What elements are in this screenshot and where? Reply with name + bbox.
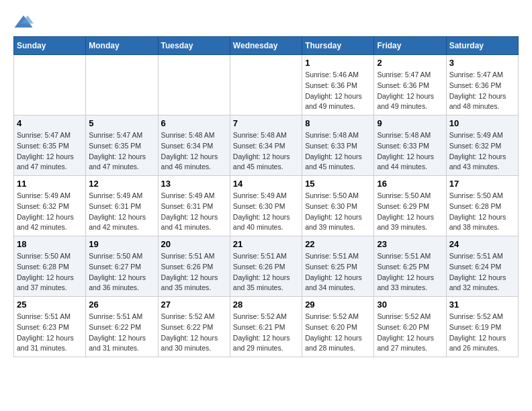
day-of-week-header: Monday xyxy=(86,37,158,55)
day-info: Sunrise: 5:52 AM Sunset: 6:19 PM Dayligh… xyxy=(449,312,515,354)
day-number: 18 xyxy=(17,239,83,249)
day-number: 8 xyxy=(305,118,371,128)
calendar-day-cell: 26Sunrise: 5:51 AM Sunset: 6:22 PM Dayli… xyxy=(86,297,158,357)
calendar-header-row: SundayMondayTuesdayWednesdayThursdayFrid… xyxy=(14,37,519,55)
day-number: 20 xyxy=(161,239,227,249)
calendar-day-cell xyxy=(230,55,302,116)
calendar-day-cell: 2Sunrise: 5:47 AM Sunset: 6:36 PM Daylig… xyxy=(374,55,446,116)
calendar-day-cell: 11Sunrise: 5:49 AM Sunset: 6:32 PM Dayli… xyxy=(14,176,86,236)
day-number: 17 xyxy=(449,179,515,189)
day-of-week-header: Wednesday xyxy=(230,37,302,55)
calendar-day-cell: 9Sunrise: 5:48 AM Sunset: 6:33 PM Daylig… xyxy=(374,116,446,176)
calendar-day-cell xyxy=(158,55,230,116)
day-of-week-header: Thursday xyxy=(302,37,374,55)
day-number: 13 xyxy=(161,179,227,189)
day-info: Sunrise: 5:52 AM Sunset: 6:20 PM Dayligh… xyxy=(305,312,371,354)
day-info: Sunrise: 5:49 AM Sunset: 6:30 PM Dayligh… xyxy=(233,191,299,233)
day-number: 11 xyxy=(17,179,83,189)
day-info: Sunrise: 5:49 AM Sunset: 6:31 PM Dayligh… xyxy=(89,191,154,233)
calendar-day-cell xyxy=(86,55,158,116)
calendar-day-cell: 14Sunrise: 5:49 AM Sunset: 6:30 PM Dayli… xyxy=(230,176,302,236)
day-number: 2 xyxy=(377,58,443,68)
day-info: Sunrise: 5:49 AM Sunset: 6:32 PM Dayligh… xyxy=(17,191,83,233)
calendar-day-cell: 28Sunrise: 5:52 AM Sunset: 6:21 PM Dayli… xyxy=(230,297,302,357)
day-info: Sunrise: 5:47 AM Sunset: 6:36 PM Dayligh… xyxy=(449,70,515,112)
calendar-day-cell: 17Sunrise: 5:50 AM Sunset: 6:28 PM Dayli… xyxy=(446,176,518,236)
day-of-week-header: Tuesday xyxy=(158,37,230,55)
day-info: Sunrise: 5:51 AM Sunset: 6:26 PM Dayligh… xyxy=(161,251,227,293)
day-info: Sunrise: 5:47 AM Sunset: 6:35 PM Dayligh… xyxy=(89,130,154,173)
calendar-day-cell: 25Sunrise: 5:51 AM Sunset: 6:23 PM Dayli… xyxy=(14,297,86,357)
day-of-week-header: Friday xyxy=(374,37,446,55)
calendar-day-cell: 1Sunrise: 5:46 AM Sunset: 6:36 PM Daylig… xyxy=(302,55,374,116)
calendar-day-cell: 16Sunrise: 5:50 AM Sunset: 6:29 PM Dayli… xyxy=(374,176,446,236)
day-info: Sunrise: 5:47 AM Sunset: 6:36 PM Dayligh… xyxy=(377,70,443,112)
day-info: Sunrise: 5:48 AM Sunset: 6:33 PM Dayligh… xyxy=(377,130,443,173)
day-info: Sunrise: 5:50 AM Sunset: 6:28 PM Dayligh… xyxy=(449,191,515,233)
day-of-week-header: Saturday xyxy=(446,37,518,55)
calendar-day-cell: 31Sunrise: 5:52 AM Sunset: 6:19 PM Dayli… xyxy=(446,297,518,357)
day-number: 29 xyxy=(305,300,371,310)
day-number: 22 xyxy=(305,239,371,249)
day-number: 16 xyxy=(377,179,443,189)
logo xyxy=(13,13,36,30)
day-number: 21 xyxy=(233,239,299,249)
day-number: 25 xyxy=(17,300,83,310)
day-number: 7 xyxy=(233,118,299,128)
day-info: Sunrise: 5:49 AM Sunset: 6:32 PM Dayligh… xyxy=(449,130,515,173)
calendar-day-cell: 23Sunrise: 5:51 AM Sunset: 6:25 PM Dayli… xyxy=(374,236,446,297)
calendar-day-cell: 19Sunrise: 5:50 AM Sunset: 6:27 PM Dayli… xyxy=(86,236,158,297)
calendar-week-row: 4Sunrise: 5:47 AM Sunset: 6:35 PM Daylig… xyxy=(14,116,519,176)
day-number: 6 xyxy=(161,118,227,128)
day-info: Sunrise: 5:51 AM Sunset: 6:23 PM Dayligh… xyxy=(17,312,83,354)
day-number: 10 xyxy=(449,118,515,128)
calendar-day-cell: 22Sunrise: 5:51 AM Sunset: 6:25 PM Dayli… xyxy=(302,236,374,297)
calendar-day-cell: 29Sunrise: 5:52 AM Sunset: 6:20 PM Dayli… xyxy=(302,297,374,357)
page-header xyxy=(13,13,519,30)
calendar-day-cell: 10Sunrise: 5:49 AM Sunset: 6:32 PM Dayli… xyxy=(446,116,518,176)
calendar-day-cell: 30Sunrise: 5:52 AM Sunset: 6:20 PM Dayli… xyxy=(374,297,446,357)
logo-icon xyxy=(13,13,34,30)
calendar-day-cell: 5Sunrise: 5:47 AM Sunset: 6:35 PM Daylig… xyxy=(86,116,158,176)
calendar-day-cell: 20Sunrise: 5:51 AM Sunset: 6:26 PM Dayli… xyxy=(158,236,230,297)
day-number: 5 xyxy=(89,118,154,128)
day-number: 26 xyxy=(89,300,154,310)
calendar-day-cell xyxy=(14,55,86,116)
day-info: Sunrise: 5:51 AM Sunset: 6:25 PM Dayligh… xyxy=(305,251,371,293)
day-number: 9 xyxy=(377,118,443,128)
day-info: Sunrise: 5:51 AM Sunset: 6:26 PM Dayligh… xyxy=(233,251,299,293)
day-info: Sunrise: 5:50 AM Sunset: 6:28 PM Dayligh… xyxy=(17,251,83,293)
day-number: 30 xyxy=(377,300,443,310)
day-number: 3 xyxy=(449,58,515,68)
day-info: Sunrise: 5:52 AM Sunset: 6:21 PM Dayligh… xyxy=(233,312,299,354)
calendar-day-cell: 6Sunrise: 5:48 AM Sunset: 6:34 PM Daylig… xyxy=(158,116,230,176)
day-number: 24 xyxy=(449,239,515,249)
calendar-week-row: 25Sunrise: 5:51 AM Sunset: 6:23 PM Dayli… xyxy=(14,297,519,357)
calendar-day-cell: 7Sunrise: 5:48 AM Sunset: 6:34 PM Daylig… xyxy=(230,116,302,176)
day-number: 1 xyxy=(305,58,371,68)
day-info: Sunrise: 5:49 AM Sunset: 6:31 PM Dayligh… xyxy=(161,191,227,233)
calendar-day-cell: 3Sunrise: 5:47 AM Sunset: 6:36 PM Daylig… xyxy=(446,55,518,116)
calendar-day-cell: 24Sunrise: 5:51 AM Sunset: 6:24 PM Dayli… xyxy=(446,236,518,297)
day-number: 19 xyxy=(89,239,154,249)
calendar-day-cell: 27Sunrise: 5:52 AM Sunset: 6:22 PM Dayli… xyxy=(158,297,230,357)
day-info: Sunrise: 5:48 AM Sunset: 6:33 PM Dayligh… xyxy=(305,130,371,173)
day-info: Sunrise: 5:50 AM Sunset: 6:29 PM Dayligh… xyxy=(377,191,443,233)
calendar-day-cell: 15Sunrise: 5:50 AM Sunset: 6:30 PM Dayli… xyxy=(302,176,374,236)
day-of-week-header: Sunday xyxy=(14,37,86,55)
day-number: 4 xyxy=(17,118,83,128)
day-info: Sunrise: 5:51 AM Sunset: 6:22 PM Dayligh… xyxy=(89,312,154,354)
day-number: 14 xyxy=(233,179,299,189)
calendar-week-row: 1Sunrise: 5:46 AM Sunset: 6:36 PM Daylig… xyxy=(14,55,519,116)
calendar-week-row: 18Sunrise: 5:50 AM Sunset: 6:28 PM Dayli… xyxy=(14,236,519,297)
day-number: 28 xyxy=(233,300,299,310)
day-info: Sunrise: 5:52 AM Sunset: 6:20 PM Dayligh… xyxy=(377,312,443,354)
day-info: Sunrise: 5:46 AM Sunset: 6:36 PM Dayligh… xyxy=(305,70,371,112)
day-number: 23 xyxy=(377,239,443,249)
day-number: 15 xyxy=(305,179,371,189)
calendar-week-row: 11Sunrise: 5:49 AM Sunset: 6:32 PM Dayli… xyxy=(14,176,519,236)
calendar-table: SundayMondayTuesdayWednesdayThursdayFrid… xyxy=(13,36,519,357)
day-info: Sunrise: 5:52 AM Sunset: 6:22 PM Dayligh… xyxy=(161,312,227,354)
day-info: Sunrise: 5:47 AM Sunset: 6:35 PM Dayligh… xyxy=(17,130,83,173)
calendar-day-cell: 8Sunrise: 5:48 AM Sunset: 6:33 PM Daylig… xyxy=(302,116,374,176)
